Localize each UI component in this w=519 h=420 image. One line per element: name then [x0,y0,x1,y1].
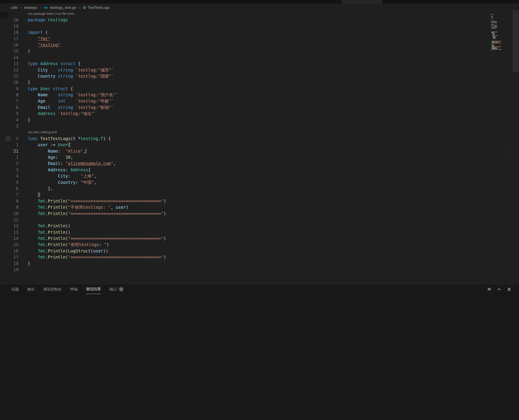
codelens-row[interactable]: run package tests | run file tests [0,11,511,17]
minimap-line [491,30,511,30]
code-text: Country: "中国", [18,179,511,185]
panel-tab-2[interactable]: 调试控制台 [43,284,62,294]
code-line[interactable]: 3 Address: Address{ [0,167,511,173]
code-line[interactable]: 11 Country string `testlog:"国家"` [0,73,511,79]
panel-tab-1[interactable]: 输出 [27,284,35,294]
code-line[interactable]: 14 [0,54,511,60]
line-number: 2 [0,160,18,166]
code-line[interactable]: 14 fmt.Println("========================… [0,235,511,241]
code-line[interactable]: 10 fmt.Println("========================… [0,210,511,217]
codelens-row[interactable]: run test | debug test [0,129,511,135]
line-number: 6 [0,104,18,110]
line-number: 11 [0,217,18,223]
code-text: Email string `testlog:"邮箱"` [18,104,511,110]
code-line[interactable]: 20package testlogs [0,17,511,23]
code-text [18,123,511,129]
code-line[interactable]: 12 City string `testlog:"城市"` [0,67,511,73]
line-number: 17 [0,36,18,42]
codelens-link[interactable]: run test | debug test [18,129,57,135]
view-as-list-icon[interactable]: ≡ [487,287,491,292]
minimap[interactable] [491,13,511,52]
minimap-line [491,33,511,33]
minimap-line [491,23,511,24]
panel-tab-5[interactable]: 端口1 [109,284,124,294]
panel-tab-label: 调试控制台 [43,287,62,292]
minimap-line [491,33,511,34]
breadcrumb-item-utils[interactable]: utils [11,6,18,10]
code-text: type User struct { [18,86,511,92]
tab-divider [464,0,464,4]
minimap-line [491,14,511,15]
minimap-line [491,49,511,50]
code-text: type Address struct { [18,60,511,67]
code-line[interactable]: 1 Age: 30, [0,154,511,160]
code-line[interactable]: 1 user := User{ [0,142,511,148]
code-text: City string `testlog:"城市"` [18,67,511,73]
code-line[interactable]: 21 Name: "Alice", [0,148,511,154]
panel-tab-0[interactable]: 问题 [11,284,19,294]
code-text: fmt.Println("===========================… [18,254,511,260]
code-line[interactable]: 18import ( [0,29,511,35]
code-line[interactable]: 19 [0,267,511,273]
code-line[interactable]: 18} [0,260,511,267]
code-text: }, [18,185,511,192]
minimap-line [491,42,511,42]
line-number: 5 [0,110,18,117]
panel-tab-3[interactable]: 终端 [70,284,78,294]
code-line[interactable]: 7 } [0,192,511,198]
minimap-line [491,16,511,17]
code-text: } [18,117,511,123]
code-line[interactable]: 12 fmt.Println() [0,223,511,229]
breadcrumb-item-file[interactable]: testlogs_test.go [44,6,76,10]
maximize-panel-icon[interactable] [497,288,501,291]
code-line[interactable]: 6 Email string `testlog:"邮箱"` [0,104,511,110]
code-text: City: "上海", [18,173,511,179]
code-line[interactable]: 2 Email: "alice@example.com", [0,160,511,166]
code-line[interactable]: 8 Name string `testlog:"用户名"` [0,92,511,98]
code-line[interactable]: 5 Country: "中国", [0,179,511,185]
code-text: "testing" [18,42,511,48]
line-number: 1 [0,142,18,148]
code-line[interactable]: 8 fmt.Println("=========================… [0,198,511,204]
code-line[interactable]: 6 }, [0,185,511,192]
minimap-line [491,20,511,20]
codelens-link[interactable]: run package tests | run file tests [18,11,74,17]
panel-tab-4[interactable]: 测试结果 [86,284,101,294]
code-line[interactable]: 17 fmt.Println("========================… [0,254,511,260]
line-number: 15 [0,48,18,54]
code-line[interactable]: 4 City: "上海", [0,173,511,179]
code-line[interactable]: 16 fmt.Println(LogStruct(user)) [0,248,511,254]
indent-guide [48,179,48,185]
minimap-line [491,40,511,40]
editor-scrollbar[interactable] [512,4,519,284]
code-line[interactable]: 7 Age int `testlog:"年龄"` [0,98,511,104]
code-line[interactable]: 3 [0,123,511,129]
code-line[interactable]: 10} [0,79,511,85]
code-text: "fmt" [18,36,511,42]
code-line[interactable]: 13 fmt.Println() [0,229,511,235]
breadcrumb-item-symbol[interactable]: TestTestLogs [83,6,110,10]
code-line[interactable]: 16 "testing" [0,42,511,48]
code-editor[interactable]: run package tests | run file tests20pack… [0,11,511,273]
code-line[interactable]: 15 fmt.Println("使用testlogs: ") [0,241,511,248]
breadcrumb-item-testlogs[interactable]: testlogs [24,6,37,10]
scrollbar-thumb[interactable] [513,10,519,72]
code-line[interactable]: 17 "fmt" [0,36,511,42]
code-line[interactable]: 19 [0,23,511,29]
code-line[interactable]: 15) [0,48,511,54]
close-panel-icon[interactable]: × [507,286,511,292]
bottom-panel: 问题输出调试控制台终端测试结果端口1 ≡ × Running tool: /us… [0,284,519,420]
code-line[interactable]: 2func TestTestLogs(t *testing.T) {✓ [0,135,511,142]
code-line[interactable]: 11 [0,217,511,223]
test-pass-icon[interactable]: ✓ [6,136,10,141]
minimap-line [491,34,511,35]
code-line[interactable]: 9type User struct { [0,86,511,92]
line-number: 7 [0,98,18,104]
panel-tab-label: 测试结果 [86,286,101,292]
line-number: 10 [0,79,18,85]
line-number: 3 [0,123,18,129]
code-line[interactable]: 9 fmt.Println("不使用testlogs: ", user) [0,204,511,210]
code-line[interactable]: 5 Address `testlog:"地址"` [0,110,511,117]
code-line[interactable]: 4} [0,117,511,123]
code-line[interactable]: 13type Address struct { [0,60,511,67]
